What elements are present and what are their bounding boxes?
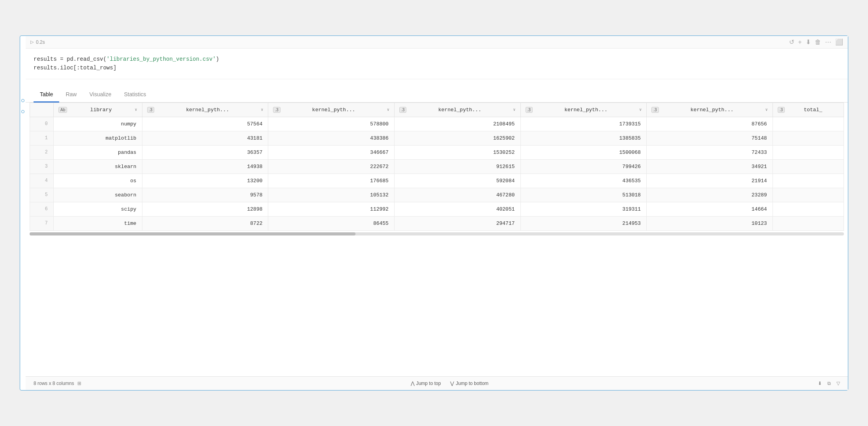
- table-row: 2pandas363573466671530252150006872433: [30, 145, 844, 159]
- cell-col-5: 75148: [647, 131, 773, 145]
- refresh-icon[interactable]: ↺: [789, 38, 794, 46]
- table-row: 1matplotlib43181438386162590213858357514…: [30, 131, 844, 145]
- cell-col-3: 912615: [394, 159, 520, 174]
- data-table-wrapper[interactable]: Ab library ∨ .3 kernel_pyth... ∨: [30, 103, 844, 231]
- col-header-library[interactable]: Ab library ∨: [54, 103, 142, 117]
- cell-col-2: 346667: [268, 145, 395, 159]
- output-tabs: Table Raw Visualize Statistics: [26, 87, 848, 103]
- table-row: 7time87228645529471721495310123: [30, 216, 844, 230]
- cell-col-5: 21914: [647, 174, 773, 188]
- row-index: 7: [30, 216, 54, 230]
- col-header-kernel1[interactable]: .3 kernel_pyth... ∨: [142, 103, 268, 117]
- notebook-cell: ▷ 0.2s ↺ + ⬇ 🗑 ⋯ ⬜ results = pd.read_csv…: [20, 36, 848, 390]
- col-header-kernel4[interactable]: .3 kernel_pyth... ∨: [520, 103, 647, 117]
- table-row: 4os1320017668559208443653521914: [30, 174, 844, 188]
- cell-library: numpy: [54, 117, 142, 131]
- cell-col-4: 1385835: [520, 131, 647, 145]
- cell-col-1: 12898: [142, 202, 268, 216]
- cell-col-3: 294717: [394, 216, 520, 230]
- table-container: Ab library ∨ .3 kernel_pyth... ∨: [26, 103, 848, 376]
- cell-col-1: 9578: [142, 188, 268, 202]
- cell-col-1: 36357: [142, 145, 268, 159]
- cell-col-5: 72433: [647, 145, 773, 159]
- tab-statistics[interactable]: Statistics: [118, 87, 152, 103]
- cell-col-6: [773, 145, 844, 159]
- cell-col-4: 436535: [520, 174, 647, 188]
- cell-library: pandas: [54, 145, 142, 159]
- code-area: results = pd.read_csv('libraries_by_pyth…: [26, 49, 848, 79]
- tab-raw[interactable]: Raw: [59, 87, 83, 103]
- cell-col-3: 1625902: [394, 131, 520, 145]
- cell-library: sklearn: [54, 159, 142, 174]
- row-index: 1: [30, 131, 54, 145]
- table-row: 3sklearn1493822267291261579942634921: [30, 159, 844, 174]
- cell-col-6: [773, 159, 844, 174]
- expand-icon[interactable]: ⬜: [835, 38, 843, 46]
- index-column-header: [30, 103, 54, 117]
- cell-library: os: [54, 174, 142, 188]
- cell-col-2: 86455: [268, 216, 395, 230]
- cell-content: ▷ 0.2s ↺ + ⬇ 🗑 ⋯ ⬜ results = pd.read_csv…: [26, 36, 848, 390]
- cell-col-2: 578800: [268, 117, 395, 131]
- filter-footer-icon[interactable]: ▽: [836, 381, 840, 386]
- add-icon[interactable]: +: [798, 39, 802, 46]
- cell-col-4: 1500068: [520, 145, 647, 159]
- table-row: 6scipy1289811299240205131931114664: [30, 202, 844, 216]
- cell-col-3: 2108495: [394, 117, 520, 131]
- col-header-kernel5[interactable]: .3 kernel_pyth... ∨: [647, 103, 773, 117]
- more-icon[interactable]: ⋯: [825, 38, 831, 46]
- cell-col-4: 799426: [520, 159, 647, 174]
- run-time: 0.2s: [36, 39, 45, 45]
- row-index: 2: [30, 145, 54, 159]
- col-header-kernel3[interactable]: .3 kernel_pyth... ∨: [394, 103, 520, 117]
- scrollbar-thumb[interactable]: [30, 232, 355, 235]
- cell-col-4: 1739315: [520, 117, 647, 131]
- cell-col-3: 467280: [394, 188, 520, 202]
- header-row: Ab library ∨ .3 kernel_pyth... ∨: [30, 103, 844, 117]
- table-head: Ab library ∨ .3 kernel_pyth... ∨: [30, 103, 844, 117]
- cell-col-5: 34921: [647, 159, 773, 174]
- table-row: 5seaborn957810513246728051301823289: [30, 188, 844, 202]
- code-line-2: results.iloc[:total_rows]: [34, 64, 840, 72]
- cell-col-5: 10123: [647, 216, 773, 230]
- jump-top-icon: ⋀: [411, 381, 415, 386]
- cell-header: ▷ 0.2s ↺ + ⬇ 🗑 ⋯ ⬜: [26, 36, 848, 49]
- copy-footer-icon[interactable]: ⧉: [827, 381, 831, 386]
- jump-top-label: Jump to top: [416, 381, 441, 386]
- download-icon[interactable]: ⬇: [806, 38, 811, 46]
- horizontal-scrollbar[interactable]: [30, 232, 844, 235]
- jump-to-bottom-button[interactable]: ⋁ Jump to bottom: [450, 381, 488, 386]
- cell-toolbar: ↺ + ⬇ 🗑 ⋯ ⬜: [789, 38, 843, 46]
- tab-table[interactable]: Table: [34, 87, 59, 103]
- jump-to-top-button[interactable]: ⋀ Jump to top: [411, 381, 441, 386]
- cell-col-6: [773, 117, 844, 131]
- tab-visualize[interactable]: Visualize: [83, 87, 118, 103]
- code-line-1: results = pd.read_csv('libraries_by_pyth…: [34, 55, 840, 64]
- row-index: 5: [30, 188, 54, 202]
- cell-col-6: [773, 202, 844, 216]
- gutter-dot-2: [21, 110, 24, 113]
- cell-col-6: [773, 131, 844, 145]
- download-footer-icon[interactable]: ⬇: [818, 381, 822, 386]
- cell-run-info: ▷ 0.2s: [30, 39, 45, 45]
- col-header-total[interactable]: .3 total_: [773, 103, 844, 117]
- cell-library: scipy: [54, 202, 142, 216]
- cell-col-6: [773, 188, 844, 202]
- cell-col-6: [773, 216, 844, 230]
- table-body: 0numpy5756457880021084951739315876561mat…: [30, 117, 844, 230]
- cell-col-4: 214953: [520, 216, 647, 230]
- footer-left: 8 rows x 8 columns ⊞: [34, 381, 81, 386]
- cell-library: matplotlib: [54, 131, 142, 145]
- footer-center: ⋀ Jump to top ⋁ Jump to bottom: [411, 381, 488, 386]
- gutter-dot-1: [21, 99, 24, 102]
- delete-icon[interactable]: 🗑: [815, 39, 821, 46]
- play-icon[interactable]: ▷: [30, 39, 34, 45]
- cell-col-1: 57564: [142, 117, 268, 131]
- cell-col-4: 513018: [520, 188, 647, 202]
- cell-col-5: 87656: [647, 117, 773, 131]
- data-table: Ab library ∨ .3 kernel_pyth... ∨: [30, 103, 844, 231]
- cell-col-2: 105132: [268, 188, 395, 202]
- col-header-kernel2[interactable]: .3 kernel_pyth... ∨: [268, 103, 395, 117]
- side-gutter: [20, 36, 26, 390]
- row-col-info: 8 rows x 8 columns: [34, 381, 74, 386]
